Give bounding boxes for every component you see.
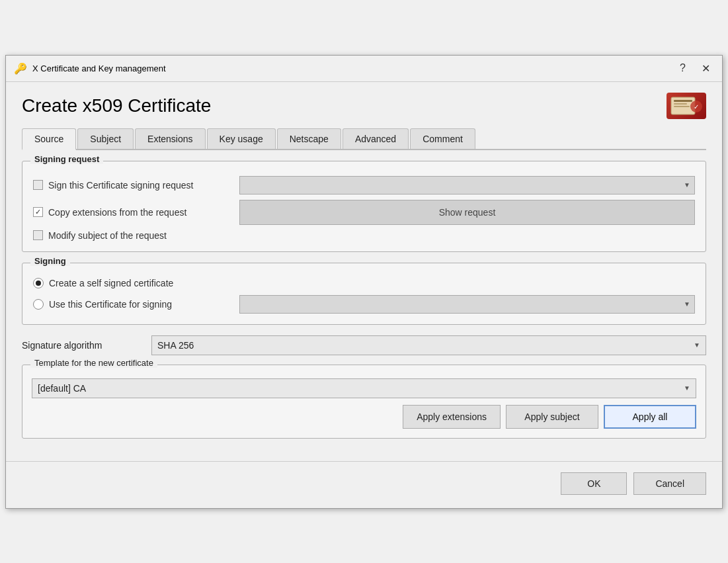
apply-all-button[interactable]: Apply all xyxy=(604,405,696,429)
ok-button[interactable]: OK xyxy=(561,472,627,495)
modify-checkbox-area: Modify subject of the request xyxy=(33,230,231,241)
title-bar-left: 🔑 X Certificate and Key management xyxy=(14,62,166,75)
apply-subject-button[interactable]: Apply subject xyxy=(506,405,598,429)
svg-rect-3 xyxy=(674,106,690,107)
main-window: 🔑 X Certificate and Key management ? ✕ C… xyxy=(5,55,723,509)
signing-request-group: Signing request Sign this Certificate si… xyxy=(22,161,706,252)
sign-checkbox-area: Sign this Certificate signing request xyxy=(33,180,231,191)
template-group: Template for the new certificate [defaul… xyxy=(22,365,706,439)
signing-content: Create a self signed certificate Use thi… xyxy=(33,278,695,314)
sign-cert-dropdown-arrow: ▼ xyxy=(684,181,690,189)
app-icon: 🔑 xyxy=(14,62,27,75)
title-bar-controls: ? ✕ xyxy=(676,61,714,76)
help-button[interactable]: ? xyxy=(676,61,690,75)
modify-label: Modify subject of the request xyxy=(48,230,167,241)
sign-dropdown-area: ▼ xyxy=(239,176,695,195)
title-bar: 🔑 X Certificate and Key management ? ✕ xyxy=(6,56,722,82)
self-signed-row: Create a self signed certificate xyxy=(33,278,695,288)
sign-row: Sign this Certificate signing request ▼ xyxy=(33,176,695,195)
self-signed-label: Create a self signed certificate xyxy=(49,278,173,288)
apply-extensions-button[interactable]: Apply extensions xyxy=(403,405,501,429)
template-dropdown-arrow: ▼ xyxy=(684,384,690,392)
signature-algorithm-value: SHA 256 xyxy=(157,340,194,351)
svg-text:✓: ✓ xyxy=(694,103,699,110)
use-cert-dropdown[interactable]: ▼ xyxy=(239,295,695,314)
window-content: Create x509 Certificate ✓ Source Subject… xyxy=(6,82,722,461)
signing-request-title: Signing request xyxy=(30,154,103,164)
page-title-row: Create x509 Certificate ✓ xyxy=(22,93,706,119)
signing-title: Signing xyxy=(30,256,70,266)
svg-rect-2 xyxy=(674,103,687,105)
signing-group: Signing Create a self signed certificate xyxy=(22,263,706,325)
tab-advanced[interactable]: Advanced xyxy=(343,128,409,149)
self-signed-area: Create a self signed certificate xyxy=(33,278,231,288)
tab-bar: Source Subject Extensions Key usage Nets… xyxy=(22,128,706,150)
cancel-button[interactable]: Cancel xyxy=(633,472,706,495)
footer: OK Cancel xyxy=(6,461,722,508)
use-cert-dropdown-arrow: ▼ xyxy=(684,300,690,308)
certificate-icon: ✓ xyxy=(667,93,706,119)
show-request-area: Show request xyxy=(239,200,695,225)
copy-row: Copy extensions from the request Show re… xyxy=(33,200,695,225)
close-button[interactable]: ✕ xyxy=(698,61,714,76)
sign-label: Sign this Certificate signing request xyxy=(48,180,193,191)
modify-checkbox[interactable] xyxy=(33,230,43,240)
modify-row: Modify subject of the request xyxy=(33,230,695,241)
tab-netscape[interactable]: Netscape xyxy=(277,128,341,149)
signature-algorithm-row: Signature algorithm SHA 256 ▼ xyxy=(22,335,706,355)
template-dropdown[interactable]: [default] CA ▼ xyxy=(32,378,696,398)
copy-checkbox-area: Copy extensions from the request xyxy=(33,207,231,218)
use-cert-radio[interactable] xyxy=(33,299,44,310)
show-request-button[interactable]: Show request xyxy=(239,200,695,225)
main-area: Signing request Sign this Certificate si… xyxy=(22,150,706,439)
signature-algorithm-arrow: ▼ xyxy=(694,341,700,349)
window-title: X Certificate and Key management xyxy=(32,64,166,73)
tab-subject[interactable]: Subject xyxy=(77,128,134,149)
use-cert-radio-area: Use this Certificate for signing xyxy=(33,299,231,310)
sign-cert-dropdown[interactable]: ▼ xyxy=(239,176,695,195)
use-cert-dropdown-area: ▼ xyxy=(239,295,695,314)
signature-algorithm-dropdown[interactable]: SHA 256 ▼ xyxy=(151,335,706,355)
template-value: [default] CA xyxy=(38,383,684,394)
signing-request-content: Sign this Certificate signing request ▼ xyxy=(33,176,695,241)
tab-key-usage[interactable]: Key usage xyxy=(207,128,276,149)
template-title: Template for the new certificate xyxy=(30,358,157,368)
page-title: Create x509 Certificate xyxy=(22,95,211,116)
sign-checkbox[interactable] xyxy=(33,180,43,190)
svg-rect-1 xyxy=(674,100,692,102)
tab-extensions[interactable]: Extensions xyxy=(135,128,205,149)
tab-source[interactable]: Source xyxy=(22,128,76,150)
use-cert-label: Use this Certificate for signing xyxy=(49,299,172,310)
copy-label: Copy extensions from the request xyxy=(48,207,186,218)
self-signed-radio[interactable] xyxy=(33,278,44,288)
use-cert-row: Use this Certificate for signing ▼ xyxy=(33,295,695,314)
apply-buttons-row: Apply extensions Apply subject Apply all xyxy=(32,405,696,429)
signature-algorithm-label: Signature algorithm xyxy=(22,340,141,351)
tab-comment[interactable]: Comment xyxy=(410,128,475,149)
copy-checkbox[interactable] xyxy=(33,207,43,217)
